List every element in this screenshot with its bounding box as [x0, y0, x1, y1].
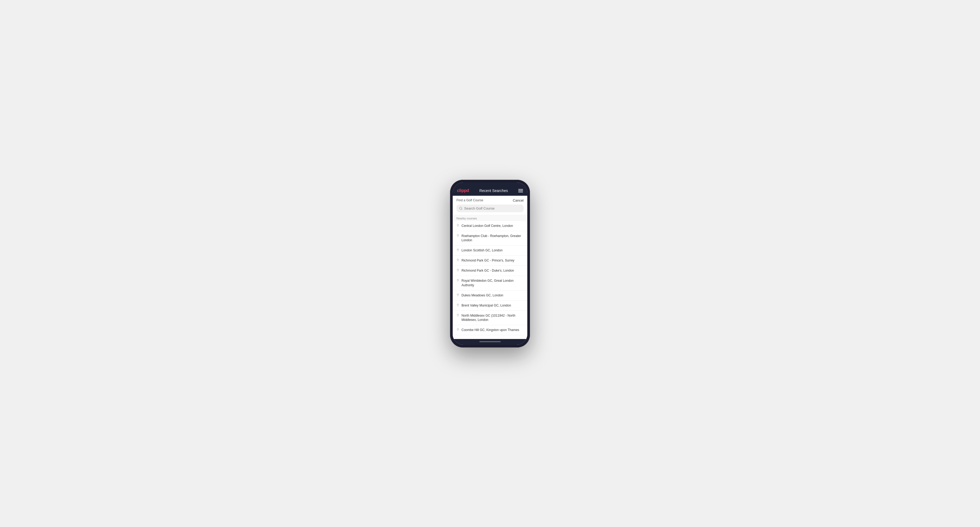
location-pin-icon — [457, 224, 459, 228]
list-item[interactable]: Richmond Park GC - Duke's, London — [453, 266, 527, 276]
nearby-label: Nearby courses — [453, 215, 527, 221]
cancel-button[interactable]: Cancel — [513, 198, 523, 202]
phone-screen: clippd Recent Searches Find a Golf Cours… — [453, 183, 527, 345]
location-pin-icon — [457, 248, 459, 253]
home-bar — [479, 341, 501, 342]
svg-point-9 — [458, 305, 458, 305]
svg-point-11 — [458, 329, 458, 329]
hamburger-icon[interactable] — [518, 189, 523, 192]
hamburger-line-1 — [518, 189, 523, 190]
search-icon — [459, 206, 463, 210]
location-pin-icon — [457, 314, 459, 318]
list-item[interactable]: Royal Wimbledon GC, Great London Authori… — [453, 276, 527, 290]
course-list: Central London Golf Centre, LondonRoeham… — [453, 221, 527, 335]
location-pin-icon — [457, 328, 459, 332]
list-item[interactable]: Brent Valley Municipal GC, London — [453, 301, 527, 311]
list-item[interactable]: Dukes Meadows GC, London — [453, 290, 527, 301]
location-pin-icon — [457, 279, 459, 283]
phone-frame: clippd Recent Searches Find a Golf Cours… — [450, 180, 530, 348]
app-content: Find a Golf Course Cancel Nearby courses… — [453, 196, 527, 339]
location-pin-icon — [457, 259, 459, 263]
list-item[interactable]: North Middlesex GC (1011942 - North Midd… — [453, 311, 527, 325]
svg-point-10 — [458, 314, 458, 315]
course-name: Richmond Park GC - Duke's, London — [461, 268, 514, 273]
course-name: London Scottish GC, London — [461, 248, 503, 253]
hamburger-line-2 — [518, 190, 523, 191]
search-input-wrapper — [457, 205, 523, 212]
location-pin-icon — [457, 234, 459, 238]
svg-point-2 — [458, 225, 458, 225]
list-item[interactable]: Richmond Park GC - Prince's, Surrey — [453, 256, 527, 266]
svg-point-7 — [458, 279, 458, 280]
course-name: North Middlesex GC (1011942 - North Midd… — [461, 313, 523, 322]
svg-point-3 — [458, 235, 458, 235]
course-name: Coombe Hill GC, Kingston upon Thames — [461, 328, 519, 332]
search-input[interactable] — [464, 206, 521, 210]
course-name: Central London Golf Centre, London — [461, 224, 513, 228]
nearby-section: Nearby courses Central London Golf Centr… — [453, 215, 527, 339]
find-label: Find a Golf Course — [457, 198, 483, 202]
home-indicator — [453, 339, 527, 345]
location-pin-icon — [457, 303, 459, 308]
hamburger-line-3 — [518, 192, 523, 192]
svg-line-1 — [461, 209, 462, 210]
svg-point-4 — [458, 249, 458, 250]
list-item[interactable]: Coombe Hill GC, Kingston upon Thames — [453, 325, 527, 335]
svg-point-8 — [458, 294, 458, 295]
course-name: Dukes Meadows GC, London — [461, 293, 503, 298]
status-bar — [453, 183, 527, 186]
find-bar: Find a Golf Course Cancel — [453, 196, 527, 205]
header-title: Recent Searches — [479, 189, 508, 193]
list-item[interactable]: Central London Golf Centre, London — [453, 221, 527, 231]
list-item[interactable]: Roehampton Club - Roehampton, Greater Lo… — [453, 231, 527, 246]
location-pin-icon — [457, 269, 459, 273]
list-item[interactable]: London Scottish GC, London — [453, 246, 527, 256]
course-name: Brent Valley Municipal GC, London — [461, 303, 511, 308]
location-pin-icon — [457, 294, 459, 298]
course-name: Richmond Park GC - Prince's, Surrey — [461, 258, 514, 263]
course-name: Roehampton Club - Roehampton, Greater Lo… — [461, 234, 523, 243]
app-logo: clippd — [457, 188, 469, 193]
app-header: clippd Recent Searches — [453, 186, 527, 196]
svg-point-5 — [458, 259, 458, 260]
search-container — [453, 205, 527, 215]
course-name: Royal Wimbledon GC, Great London Authori… — [461, 279, 523, 287]
svg-point-6 — [458, 270, 458, 270]
